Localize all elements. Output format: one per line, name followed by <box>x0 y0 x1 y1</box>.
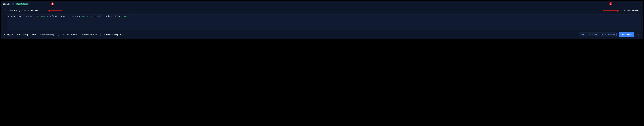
rewrite-label: Rewrite <box>70 34 77 36</box>
run-search-button[interactable]: Run Search <box>619 32 634 37</box>
rewrite-icon <box>67 33 70 36</box>
tok <box>92 15 94 17</box>
line-number: 1 <box>4 15 5 17</box>
history-button[interactable]: History <box>3 33 14 37</box>
udm-label: UDM Lookup <box>17 34 28 36</box>
header-left: SEARCH i New Features <box>3 3 28 6</box>
tok: ) <box>128 15 130 17</box>
svg-point-1 <box>632 4 633 4</box>
thumbs-down-icon[interactable] <box>62 33 64 36</box>
collapse-panel-button[interactable] <box>637 2 641 6</box>
svg-point-4 <box>638 34 639 35</box>
case-sensitivity-toggle[interactable]: Case Sensitivity Off <box>104 33 122 36</box>
generate-query-label: Generate Query <box>627 9 640 11</box>
info-icon[interactable]: i <box>12 3 14 5</box>
nl-query-row: failed user logins over the last 3 days … <box>1 7 643 13</box>
page-title: SEARCH <box>3 3 10 5</box>
nl-query-input[interactable]: failed user logins over the last 3 days <box>9 9 618 12</box>
generate-query-button[interactable]: Generate Query <box>621 8 643 13</box>
run-label: Run Search <box>622 34 632 36</box>
udm-lookup-button[interactable]: UDM Lookup <box>16 33 29 36</box>
query-editor[interactable]: 1 metadata.event_type = "USER_LOGIN" AND… <box>3 14 641 30</box>
svg-point-5 <box>638 35 639 36</box>
sparkle-pencil-icon <box>624 9 626 11</box>
tok: OR <box>90 15 92 17</box>
lists-label: Lists <box>32 34 36 36</box>
tok <box>89 15 90 17</box>
chevron-down-icon <box>11 33 13 36</box>
tok: "USER_LOGIN" <box>33 15 46 17</box>
thumbs-up-icon[interactable] <box>57 33 60 36</box>
tok: = <box>78 15 81 17</box>
footer-bar: History UDM Lookup Lists Generated Query… <box>1 31 643 39</box>
more-options-icon[interactable] <box>630 2 635 6</box>
svg-point-0 <box>632 3 633 3</box>
time-range-picker[interactable]: APRIL 26, 06:29 PM - APRIL 29, 06:29 PM <box>579 33 616 37</box>
magic-wand-icon <box>81 33 83 36</box>
header-right <box>630 2 641 6</box>
gen-label: Generated Query <box>40 34 54 36</box>
tok <box>46 15 48 17</box>
generate-rule-label: Generate Rule <box>84 34 96 36</box>
tok: security_result.action <box>53 15 78 17</box>
editor-gutter: 1 <box>3 15 7 30</box>
tok: "FAIL" <box>122 15 128 17</box>
tok: = <box>29 15 33 17</box>
more-actions-icon[interactable] <box>636 33 641 36</box>
search-panel: SEARCH i New Features failed user logins… <box>1 1 643 39</box>
generate-rule-button[interactable]: Generate Rule <box>80 33 97 37</box>
rewrite-button[interactable]: Rewrite <box>66 33 78 37</box>
tok: ( <box>52 15 53 17</box>
search-header: SEARCH i New Features <box>1 1 643 7</box>
tok <box>51 15 52 17</box>
case-label: Case Sensitivity Off <box>104 34 122 36</box>
new-features-badge[interactable]: New Features <box>16 3 28 6</box>
clear-nl-query-button[interactable] <box>4 10 7 11</box>
svg-point-2 <box>632 5 633 5</box>
tok: security_result.action <box>94 15 118 17</box>
generated-query-label: Generated Query <box>40 33 55 36</box>
tok: "BLOCK" <box>81 15 89 17</box>
time-range-label: APRIL 26, 06:29 PM - APRIL 29, 06:29 PM <box>581 34 615 36</box>
svg-point-3 <box>638 34 639 34</box>
lists-button[interactable]: Lists <box>32 33 37 36</box>
tok: AND <box>47 15 50 17</box>
tok: = <box>118 15 122 17</box>
nl-query-input-wrap: failed user logins over the last 3 days <box>3 8 620 13</box>
history-label: History <box>4 34 10 36</box>
editor-code[interactable]: metadata.event_type = "USER_LOGIN" AND (… <box>7 15 131 30</box>
tok: metadata.event_type <box>8 15 29 17</box>
